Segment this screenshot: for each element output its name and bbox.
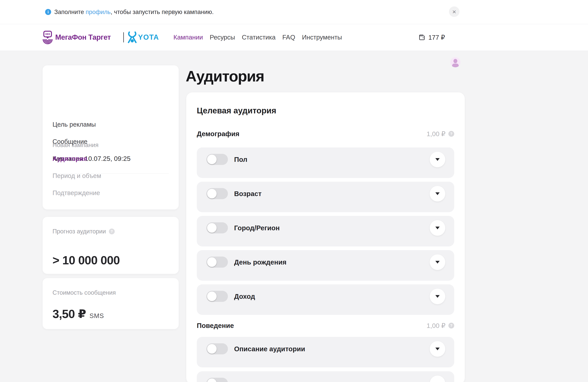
birthday-expand-button[interactable] (430, 255, 445, 270)
close-notification-button[interactable]: × (449, 6, 460, 17)
yota-wordmark[interactable]: YOTA (138, 24, 159, 51)
income-expand-button[interactable] (430, 289, 445, 304)
partial-row-expand-button[interactable] (430, 376, 445, 382)
balance-widget[interactable]: 177 ₽ (418, 24, 445, 51)
avatar-person-icon (453, 59, 457, 63)
cost-value: 3,50 ₽ (53, 307, 86, 321)
nav-campaigns[interactable]: Кампании (173, 34, 203, 41)
gender-expand-button[interactable] (430, 152, 445, 167)
campaign-steps-card: Новая кампания Кампания 10.07.25, 09:25 … (42, 65, 179, 210)
group-demography-label: Демография (197, 130, 239, 138)
brand-divider (123, 24, 124, 51)
city-region-expand-button[interactable] (430, 220, 445, 236)
chevron-down-icon (435, 227, 440, 229)
step-ad-goal[interactable]: Цель рекламы (53, 120, 96, 129)
megafon-target-wordmark[interactable]: МегаФон Таргет (55, 24, 111, 51)
chevron-down-icon (435, 348, 440, 350)
audience-description-toggle[interactable] (207, 343, 228, 354)
chevron-down-icon (435, 261, 440, 264)
row-gender-label: Пол (234, 156, 430, 163)
row-age: Возраст (197, 182, 454, 212)
notification-text-after: , чтобы запустить первую кампанию. (111, 9, 214, 15)
row-partial (197, 371, 454, 382)
row-audience-description-label: Описание аудитории (234, 345, 430, 353)
chevron-down-icon (435, 295, 440, 298)
main-nav: Кампании Ресурсы Статистика FAQ Инструме… (173, 24, 342, 51)
row-income: Доход (197, 284, 454, 315)
forecast-help-icon[interactable]: ? (109, 229, 115, 234)
step-message[interactable]: Сообщение (53, 137, 87, 146)
row-city-region: Город/Регион (197, 216, 454, 246)
cost-label: Стоимость сообщения (53, 289, 116, 296)
section-title: Целевая аудитория (197, 106, 276, 115)
nav-faq[interactable]: FAQ (282, 34, 295, 41)
age-toggle[interactable] (207, 188, 228, 199)
birthday-toggle[interactable] (207, 256, 228, 268)
notification-bar: i Заполните профиль, чтобы запустить пер… (0, 0, 588, 24)
info-icon: i (45, 9, 51, 15)
chevron-down-icon (435, 158, 440, 161)
group-behavior-price: 1,00 ₽ (427, 322, 445, 329)
step-audience[interactable]: Аудитория (53, 154, 87, 163)
balance-amount: 177 ₽ (428, 34, 445, 41)
app-header: МегаФон Таргет YOTA Кампании Ресурсы Ста… (0, 24, 588, 51)
megafon-logo-icon (42, 30, 53, 44)
row-birthday-label: День рождения (234, 258, 430, 266)
yota-logo-icon[interactable] (127, 24, 137, 51)
row-gender: Пол (197, 148, 454, 178)
group-demography-header: Демография 1,00 ₽ ? (197, 129, 454, 138)
step-period-volume: Период и объем (53, 171, 101, 180)
wallet-icon (418, 33, 426, 41)
partial-row-toggle[interactable] (207, 378, 228, 382)
chevron-down-icon (435, 192, 440, 195)
forecast-label: Прогноз аудитории (53, 228, 106, 235)
cost-unit: SMS (89, 312, 104, 319)
nav-tools[interactable]: Инструменты (302, 34, 342, 41)
profile-link[interactable]: профиль (86, 9, 111, 15)
city-region-toggle[interactable] (207, 222, 228, 233)
row-city-region-label: Город/Регион (234, 224, 430, 232)
target-audience-card: Целевая аудитория Демография 1,00 ₽ ? По… (186, 92, 465, 382)
user-avatar[interactable] (450, 57, 461, 67)
nav-resources[interactable]: Ресурсы (210, 34, 235, 41)
income-toggle[interactable] (207, 291, 228, 302)
row-income-label: Доход (234, 293, 430, 300)
cost-value-row: 3,50 ₽ SMS (53, 307, 104, 321)
page-title: Аудитория (186, 67, 264, 85)
message-cost-card: Стоимость сообщения 3,50 ₽ SMS (42, 278, 179, 329)
notification-text-before: Заполните (54, 9, 86, 15)
megafon-target-logo[interactable] (42, 24, 53, 51)
forecast-value: > 10 000 000 (53, 254, 120, 267)
row-birthday: День рождения (197, 250, 454, 281)
notification-message: Заполните профиль, чтобы запустить перву… (54, 9, 214, 16)
group-demography-help-icon[interactable]: ? (448, 131, 454, 137)
audience-forecast-card: Прогноз аудитории ? > 10 000 000 (42, 217, 179, 274)
group-behavior-help-icon[interactable]: ? (448, 323, 454, 329)
gender-toggle[interactable] (207, 154, 228, 165)
close-icon: × (452, 8, 456, 16)
age-expand-button[interactable] (430, 186, 445, 202)
audience-description-expand-button[interactable] (430, 341, 445, 357)
step-confirmation: Подтверждение (53, 189, 100, 197)
group-behavior-header: Поведение 1,00 ₽ ? (197, 321, 454, 330)
megafon-target-campaign-audience-page: { "colors":{"purple":"#7b2a8e","cyan":"#… (0, 0, 588, 382)
row-age-label: Возраст (234, 190, 430, 198)
group-behavior-label: Поведение (197, 322, 234, 329)
group-demography-price: 1,00 ₽ (427, 130, 445, 138)
nav-statistics[interactable]: Статистика (242, 34, 275, 41)
row-audience-description: Описание аудитории (197, 337, 454, 367)
